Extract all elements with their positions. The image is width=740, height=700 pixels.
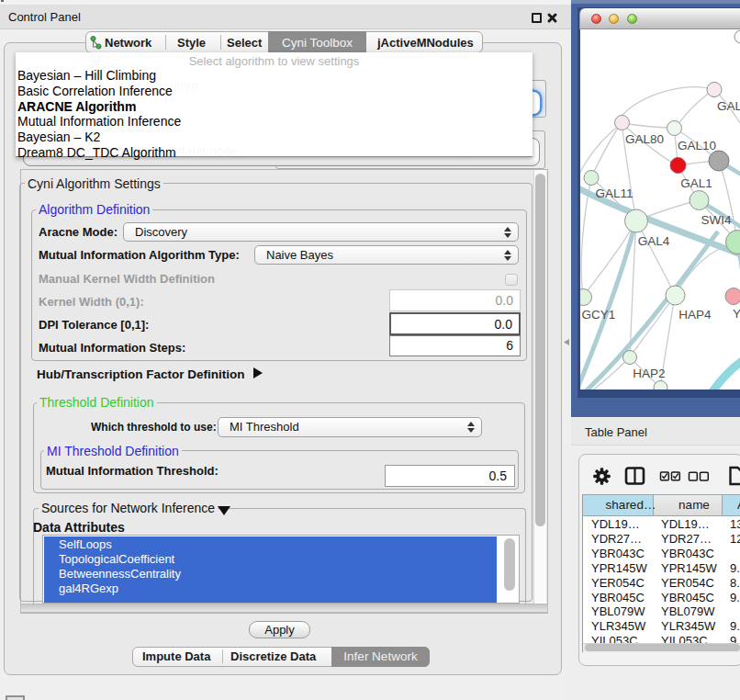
svg-text:GAL1: GAL1	[680, 176, 712, 190]
svg-text:GAL80: GAL80	[717, 99, 740, 113]
svg-text:HAP4: HAP4	[678, 308, 712, 322]
svg-text:GAL4: GAL4	[638, 234, 670, 248]
svg-text:SWI4: SWI4	[701, 213, 731, 227]
svg-text:GCY1: GCY1	[582, 308, 616, 322]
svg-text:GAL10: GAL10	[678, 139, 716, 152]
svg-text:HAP2: HAP2	[633, 367, 665, 380]
svg-text:Y: Y	[733, 307, 740, 321]
svg-text:GAL80: GAL80	[625, 132, 664, 146]
svg-text:GAL11: GAL11	[595, 186, 633, 200]
